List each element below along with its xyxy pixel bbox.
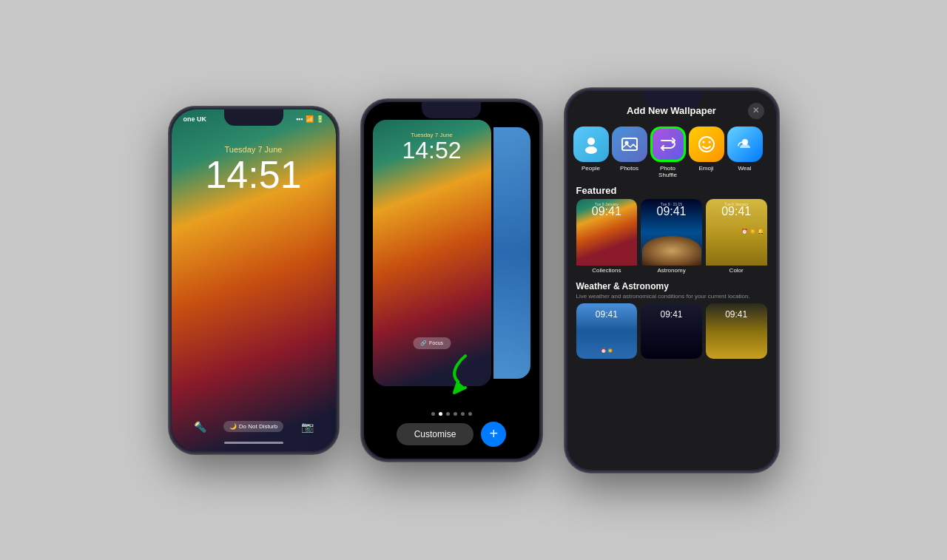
- phone-preview-side: [493, 127, 530, 379]
- weather-item-3[interactable]: 09:41: [706, 303, 767, 359]
- lock-screen-bottom: 🔦 🌙 Do Not Disturb 📷: [172, 421, 336, 451]
- weather-item-1[interactable]: 09:41 ⏰ ☀️: [576, 303, 638, 359]
- weather-icons-1: ⏰ ☀️: [601, 348, 613, 353]
- weather-item-2[interactable]: 09:41: [641, 303, 702, 359]
- iphone-2: Tuesday 7 June 14:52 🔗 Focus: [361, 99, 542, 462]
- lock-screen-date: Tuesday 7 June: [225, 145, 283, 154]
- carrier-text: one UK: [183, 115, 207, 123]
- iphone-1: one UK ▪▪▪ 📶 🔋 Tuesday 7 June 14:51 🔦 🌙: [169, 107, 339, 454]
- camera-icon[interactable]: 📷: [301, 421, 314, 433]
- close-button[interactable]: ✕: [748, 103, 764, 119]
- featured-astronomy[interactable]: Tue 9 · 21:15 09:41 Astronomy: [641, 199, 702, 277]
- home-indicator: [224, 442, 283, 444]
- add-wallpaper-screen: Add New Wallpaper ✕ People: [567, 91, 776, 470]
- weather-time-3: 09:41: [725, 309, 747, 320]
- volume-down-button-3[interactable]: [565, 192, 566, 212]
- collections-preview: Tue 9 January 09:41: [576, 199, 638, 266]
- svg-point-5: [702, 141, 704, 143]
- astronomy-preview: Tue 9 · 21:15 09:41: [641, 199, 702, 266]
- collections-time: 09:41: [592, 205, 621, 218]
- volume-down-button-2[interactable]: [361, 203, 363, 223]
- main-container: one UK ▪▪▪ 📶 🔋 Tuesday 7 June 14:51 🔦 🌙: [154, 73, 794, 488]
- wifi-icon: 📶: [306, 115, 314, 123]
- status-icons: ▪▪▪ 📶 🔋: [296, 115, 324, 123]
- color-preview: Tue 9 January 09:41 ⏰ ☀️ 🔔: [706, 199, 767, 266]
- svg-point-0: [587, 138, 595, 145]
- svg-rect-2: [622, 138, 637, 150]
- lock-screen: one UK ▪▪▪ 📶 🔋 Tuesday 7 June 14:51 🔦 🌙: [172, 109, 336, 451]
- wallpaper-type-photos[interactable]: Photos: [612, 126, 647, 179]
- featured-title: Featured: [567, 179, 776, 199]
- iphone-3-screen: Add New Wallpaper ✕ People: [567, 91, 776, 470]
- customise-screen: Tuesday 7 June 14:52 🔗 Focus: [364, 102, 539, 459]
- wallpaper-type-shuffle[interactable]: PhotoShuffle: [650, 126, 686, 179]
- featured-color[interactable]: Tue 9 January 09:41 ⏰ ☀️ 🔔 Color: [706, 199, 767, 277]
- featured-collections[interactable]: Tue 9 January 09:41 Collections: [576, 199, 638, 277]
- people-label: People: [582, 165, 600, 172]
- green-arrow: [443, 352, 488, 414]
- volume-down-button[interactable]: [169, 210, 170, 231]
- phone-preview-main: Tuesday 7 June 14:52 🔗 Focus: [373, 120, 491, 386]
- volume-up-button-3[interactable]: [565, 163, 566, 184]
- astronomy-time: 09:41: [656, 205, 686, 218]
- signal-icon: ▪▪▪: [296, 115, 303, 123]
- people-icon: [573, 126, 609, 162]
- preview-content: Tuesday 7 June 14:52: [373, 120, 491, 162]
- svg-point-6: [708, 141, 710, 143]
- iphone-3: Add New Wallpaper ✕ People: [565, 88, 779, 473]
- power-button[interactable]: [337, 189, 339, 223]
- notch: [224, 109, 283, 126]
- customise-bottom: Customise +: [364, 422, 539, 459]
- preview-time: 14:52: [382, 138, 482, 162]
- wallpaper-type-people[interactable]: People: [573, 126, 609, 179]
- iphone-1-screen: one UK ▪▪▪ 📶 🔋 Tuesday 7 June 14:51 🔦 🌙: [172, 109, 336, 451]
- power-button-3[interactable]: [778, 171, 779, 204]
- shuffle-icon: [650, 126, 686, 162]
- collections-label: Collections: [576, 266, 638, 277]
- notch-3: [642, 91, 701, 107]
- featured-grid: Tue 9 January 09:41 Collections Tue 9 · …: [567, 199, 776, 277]
- weather-section-title: Weather & Astronomy: [567, 277, 776, 293]
- weather-description: Live weather and astronomical conditions…: [567, 293, 776, 303]
- iphone-2-screen: Tuesday 7 June 14:52 🔗 Focus: [364, 102, 539, 459]
- lock-screen-time: 14:51: [205, 155, 301, 194]
- shuffle-label: PhotoShuffle: [658, 165, 677, 179]
- lock-screen-actions: 🔦 🌙 Do Not Disturb 📷: [172, 421, 336, 433]
- weather-label: Weal: [738, 165, 751, 172]
- notch-2: [422, 102, 481, 118]
- power-button-2[interactable]: [541, 182, 542, 215]
- emoji-label: Emoji: [698, 165, 713, 172]
- dot-1: [431, 412, 435, 416]
- svg-point-4: [699, 137, 714, 152]
- photos-icon: [612, 126, 647, 162]
- wallpaper-type-weather[interactable]: Weal: [727, 126, 763, 179]
- emoji-icon: [689, 126, 724, 162]
- battery-icon: 🔋: [316, 115, 324, 123]
- silent-button-2[interactable]: [361, 151, 363, 166]
- add-wallpaper-button[interactable]: +: [481, 422, 506, 447]
- silent-button[interactable]: [169, 158, 170, 173]
- photos-label: Photos: [620, 165, 638, 172]
- color-label: Color: [706, 266, 767, 277]
- color-icons: ⏰ ☀️ 🔔: [741, 229, 764, 235]
- color-time: 09:41: [721, 205, 751, 218]
- moon-icon: 🌙: [229, 423, 237, 430]
- weather-time-2: 09:41: [660, 309, 682, 320]
- wallpaper-type-emoji[interactable]: Emoji: [689, 126, 724, 179]
- dot-2: [439, 412, 442, 416]
- weather-icon: [727, 126, 763, 162]
- volume-up-button-2[interactable]: [361, 175, 363, 195]
- dnd-label: Do Not Disturb: [239, 423, 277, 430]
- silent-button-3[interactable]: [565, 140, 566, 155]
- torch-icon[interactable]: 🔦: [194, 421, 206, 433]
- weather-grid: 09:41 ⏰ ☀️ 09:41 09:41: [567, 303, 776, 359]
- focus-link-icon: 🔗: [420, 340, 427, 346]
- dnd-pill[interactable]: 🌙 Do Not Disturb: [223, 421, 283, 432]
- weather-time-1: 09:41: [596, 309, 618, 320]
- focus-label: Focus: [429, 340, 443, 345]
- customise-button[interactable]: Customise: [397, 423, 474, 445]
- focus-pill[interactable]: 🔗 Focus: [413, 337, 451, 349]
- astronomy-label: Astronomy: [641, 266, 702, 277]
- volume-up-button[interactable]: [169, 182, 170, 203]
- wallpaper-types-row: People Photos: [567, 126, 776, 179]
